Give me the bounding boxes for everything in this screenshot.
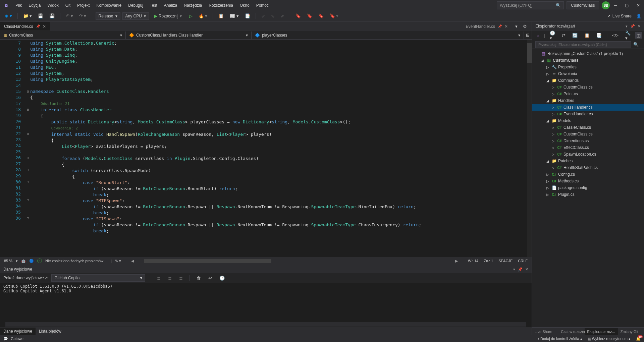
toolbar-icon-3[interactable]: 📑 — [243, 12, 252, 20]
no-problems-label[interactable]: Nie znaleziono żadnych problemów — [45, 259, 103, 263]
pin-icon[interactable]: 📌 — [36, 24, 40, 28]
select-repo-button[interactable]: ▦ Wybierz repozytorium ▴ — [588, 337, 631, 341]
tree-item[interactable]: ◢📁Handlers — [532, 97, 644, 104]
start-without-debug-icon[interactable]: ▷ — [187, 12, 195, 20]
chat-icon[interactable]: 💬 — [3, 337, 8, 341]
tab-eventhandler[interactable]: EventHandler.cs 📌 ✕ — [462, 22, 512, 31]
tab-classhandler[interactable]: ClassHandler.cs 📌 ✕ — [0, 22, 50, 31]
tree-item[interactable]: ▷C#Methods.cs — [532, 178, 644, 184]
horizontal-scrollbar[interactable] — [141, 259, 448, 263]
start-debug-button[interactable]: ▶ Rozpocznij ▾ — [151, 13, 185, 19]
step-over-icon[interactable]: ⬂ — [269, 12, 277, 20]
bottom-tab[interactable]: Dane wyjściowe — [0, 328, 36, 335]
menu-plik[interactable]: Plik — [12, 1, 25, 10]
sol-tb-icon[interactable]: 🕗 ▾ — [548, 29, 557, 42]
close-button[interactable]: ✕ — [635, 2, 641, 9]
tree-item[interactable]: ▷C#Config.cs — [532, 171, 644, 178]
save-all-icon[interactable]: 💾 — [47, 12, 57, 20]
output-tb-icon[interactable]: ≣ — [155, 274, 163, 282]
config-dropdown[interactable]: Release▾ — [96, 12, 120, 20]
field-dropdown[interactable]: 🔷 playerClasses ▾ — [252, 32, 524, 39]
sol-tb-icon[interactable]: ⇄ — [560, 32, 568, 39]
solution-name-display[interactable]: CustomClass — [567, 1, 599, 9]
line-indicator[interactable]: W.: 14 — [468, 259, 478, 263]
word-wrap-icon[interactable]: ↩ — [206, 274, 214, 282]
tree-item[interactable]: ▷C#Dimentions.cs — [532, 137, 644, 144]
timestamp-icon[interactable]: 🕐 — [217, 274, 227, 282]
solution-bottom-tab[interactable]: Eksplorator roz... — [585, 328, 618, 335]
account-icon[interactable]: 👤 — [636, 14, 641, 18]
bookmark-more-icon[interactable]: 🔖 ▾ — [328, 12, 341, 20]
sol-tb-icon[interactable]: 📋 — [582, 32, 592, 39]
col-indicator[interactable]: Zn.: 1 — [484, 259, 493, 263]
save-icon[interactable]: 💾 — [36, 12, 45, 20]
menu-kompilowanie[interactable]: Kompilowanie — [93, 1, 125, 10]
menu-git[interactable]: Git — [62, 1, 74, 10]
user-avatar[interactable]: SB — [602, 1, 610, 9]
solution-tree[interactable]: ▦Rozwiązanie „CustomClass" (1 projektu 1… — [532, 49, 644, 327]
toolbar-icon-1[interactable]: 📋 — [216, 12, 226, 20]
tree-item[interactable]: ▷C#EventHandler.cs — [532, 111, 644, 117]
solution-bottom-tab[interactable]: Czat w rozszerz... — [558, 328, 584, 335]
tree-item[interactable]: ▷C#CassieClass.cs — [532, 124, 644, 131]
solution-bottom-tab[interactable]: Zmiany Git — [618, 328, 644, 335]
output-hscrollbar[interactable] — [5, 322, 526, 327]
clear-output-icon[interactable]: 🗑 — [195, 274, 203, 282]
redo-icon[interactable]: ↷ ▾ — [77, 12, 89, 20]
tree-item[interactable]: ▷C#SpawnLocation.cs — [532, 151, 644, 158]
tree-item[interactable]: ◢▦CustomClass — [532, 57, 644, 64]
panel-close-icon[interactable]: ✕ — [525, 267, 528, 272]
output-tb-icon[interactable]: ≣ — [177, 274, 185, 282]
panel-dropdown-icon[interactable]: ▾ — [513, 267, 515, 272]
menu-analiza[interactable]: Analiza — [161, 1, 180, 10]
panel-close-icon[interactable]: ✕ — [638, 24, 641, 28]
step-out-icon[interactable]: ⬀ — [279, 12, 286, 20]
toolbar-icon-2[interactable]: 📰 ▾ — [228, 12, 241, 20]
panel-dropdown-icon[interactable]: ▾ — [626, 24, 628, 28]
bookmark-prev-icon[interactable]: 🔖 — [305, 12, 314, 20]
menu-pomoc[interactable]: Pomoc — [253, 1, 272, 10]
bottom-tab[interactable]: Lista błędów — [36, 328, 65, 335]
open-file-icon[interactable]: 📁 ▾ — [21, 12, 34, 20]
search-icon[interactable]: 🔍 — [631, 41, 641, 48]
refresh-icon[interactable]: 🔄 — [570, 32, 580, 39]
menu-test[interactable]: Test — [147, 1, 161, 10]
code-editor[interactable]: 7891011121314151617181920212223242526272… — [0, 40, 532, 257]
tree-item[interactable]: ▦Rozwiązanie „CustomClass" (1 projektu 1… — [532, 50, 644, 57]
nav-back-icon[interactable]: ⊕ ▾ — [3, 12, 14, 20]
sol-tb-icon[interactable]: 📑 — [594, 32, 604, 39]
live-share-button[interactable]: ↗ Live Share 👤 — [607, 14, 641, 18]
tree-item[interactable]: ▷C#EffectClass.cs — [532, 144, 644, 151]
tree-item[interactable]: ▷🔧Properties — [532, 64, 644, 70]
step-into-icon[interactable]: ⬃ — [259, 12, 267, 20]
close-tab-icon[interactable]: ✕ — [504, 24, 508, 29]
maximize-button[interactable]: ▢ — [624, 2, 630, 9]
minimap-scrollbar[interactable] — [527, 40, 532, 257]
tree-item[interactable]: ◢📁Patches — [532, 158, 644, 164]
tree-item[interactable]: ◢📁Commands — [532, 77, 644, 84]
tree-item[interactable]: ▷C#ClassHandler.cs — [532, 104, 644, 111]
menu-narzędzia[interactable]: Narzędzia — [180, 1, 205, 10]
output-source-dropdown[interactable]: GitHub Copilot▾ — [51, 274, 145, 282]
copilot-icon[interactable]: 🤖 — [21, 259, 26, 263]
source-control-button[interactable]: ↑ Dodaj do kontroli źródła ▴ — [537, 337, 582, 341]
zoom-dropdown-icon[interactable]: ▾ — [16, 259, 18, 263]
close-tab-icon[interactable]: ✕ — [43, 24, 46, 29]
class-dropdown[interactable]: ▦ CustomClass ▾ — [0, 32, 126, 39]
panel-pin-icon[interactable]: 📌 — [630, 24, 635, 28]
bookmark-next-icon[interactable]: 🔖 — [316, 12, 326, 20]
notifications-button[interactable]: 🔔10 — [636, 337, 641, 341]
tree-item[interactable]: ▷C#HealthStatPatch.cs — [532, 164, 644, 171]
menu-rozszerzenia[interactable]: Rozszerzenia — [205, 1, 236, 10]
tree-item[interactable]: ▷C#Plugin.cs — [532, 191, 644, 198]
zoom-level[interactable]: 85 % — [4, 259, 12, 263]
wrench-icon[interactable]: 🔧 ▾ — [623, 29, 633, 42]
pin-icon[interactable]: 📌 — [498, 24, 502, 28]
menu-projekt[interactable]: Projekt — [74, 1, 93, 10]
menu-edycja[interactable]: Edycja — [25, 1, 44, 10]
indent-mode[interactable]: SPACJE — [498, 259, 513, 263]
solution-bottom-tab[interactable]: Live Share — [532, 328, 558, 335]
menu-debuguj[interactable]: Debuguj — [125, 1, 147, 10]
code-content[interactable]: using System.Collections.Generic; using … — [30, 40, 527, 257]
bookmark-icon[interactable]: 🔖 — [293, 12, 303, 20]
